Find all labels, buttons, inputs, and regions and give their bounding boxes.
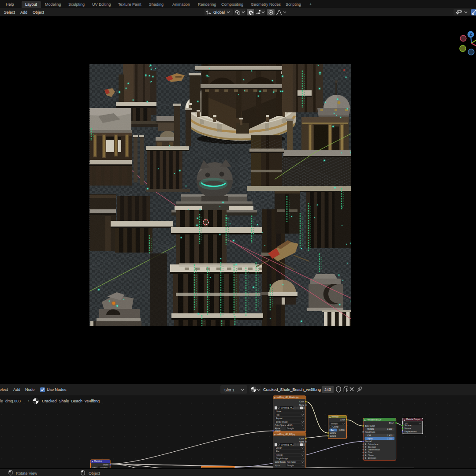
svg-text:Alpha: Alpha [275,465,280,467]
svg-text:Specular: Specular [368,446,376,448]
svg-text:Vector: Vector [275,430,281,432]
svg-text:Clamp: Clamp [333,426,339,428]
svg-text:Sheen: Sheen [368,454,374,457]
svg-text:Transmission: Transmission [368,449,380,451]
svg-text:Principled BSDF: Principled BSDF [367,419,382,421]
svg-text:Straight: Straight [287,465,294,467]
svg-text:Color: Color [299,438,304,440]
svg-text:Non-Color: Non-Color [287,461,296,463]
svg-text:Texture: Texture [100,467,107,469]
svg-text:Mapping: Mapping [94,460,102,462]
svg-text:Subsurface: Subsurface [368,443,379,446]
svg-text:Metallic: Metallic [368,428,375,430]
svg-text:ve4lfbng_4K_A..: ve4lfbng_4K_A.. [281,444,296,446]
svg-text:Emission: Emission [368,457,376,459]
svg-text:0.000: 0.000 [387,428,393,430]
svg-text:IOR: IOR [368,435,372,437]
svg-text:sRGB: sRGB [287,424,292,427]
svg-text:ve4lfbng_4K_Albedo.jpg: ve4lfbng_4K_Albedo.jpg [277,396,299,398]
svg-text:Flat: Flat [276,450,279,453]
svg-text:Multiply: Multiply [331,423,338,425]
svg-text:Color: Color [299,401,304,403]
svg-text:Repeat: Repeat [276,417,283,420]
svg-text:Multiply: Multiply [332,416,339,418]
svg-text:Flat: Flat [276,414,279,416]
svg-text:Normal: Normal [365,440,372,443]
svg-text:Linear: Linear [276,410,282,413]
svg-text:1.450: 1.450 [387,435,393,437]
svg-text:Displacement: Displacement [405,431,417,433]
svg-text:Color Space: Color Space [275,424,286,427]
svg-text:Color Space: Color Space [275,461,286,463]
svg-text:Base Color: Base Color [365,425,375,427]
svg-text:Roughness: Roughness [365,431,376,433]
svg-text:Straight: Straight [287,428,294,430]
svg-text:Volume: Volume [405,428,412,430]
svg-text:Alpha: Alpha [368,438,373,440]
svg-text:Fac: Fac [331,429,335,431]
svg-text:Alpha: Alpha [299,441,304,443]
svg-text:0.000: 0.000 [339,429,345,431]
svg-text:Linear: Linear [276,447,282,449]
svg-text:Color2: Color2 [330,435,336,437]
svg-text:1.000: 1.000 [387,438,393,440]
svg-text:Vector: Vector [103,464,108,466]
svg-text:Color: Color [340,419,345,421]
svg-text:Surface: Surface [405,424,412,427]
svg-text:ve4lfbng_4K_A..: ve4lfbng_4K_A.. [281,407,296,409]
svg-text:Material Output: Material Output [406,418,420,420]
svg-text:Color1: Color1 [330,432,336,434]
svg-text:Repeat: Repeat [276,454,283,456]
svg-text:Single Image: Single Image [276,457,288,460]
svg-text:Type:: Type: [92,467,97,469]
svg-text:Z: Z [469,32,472,37]
svg-text:BSDF: BSDF [389,422,394,424]
svg-text:ve4lfbng_4K_AO.jpg: ve4lfbng_4K_AO.jpg [277,433,296,435]
svg-text:Coat: Coat [368,451,372,454]
svg-text:Alpha: Alpha [299,404,304,406]
svg-text:Single Image: Single Image [276,421,288,423]
